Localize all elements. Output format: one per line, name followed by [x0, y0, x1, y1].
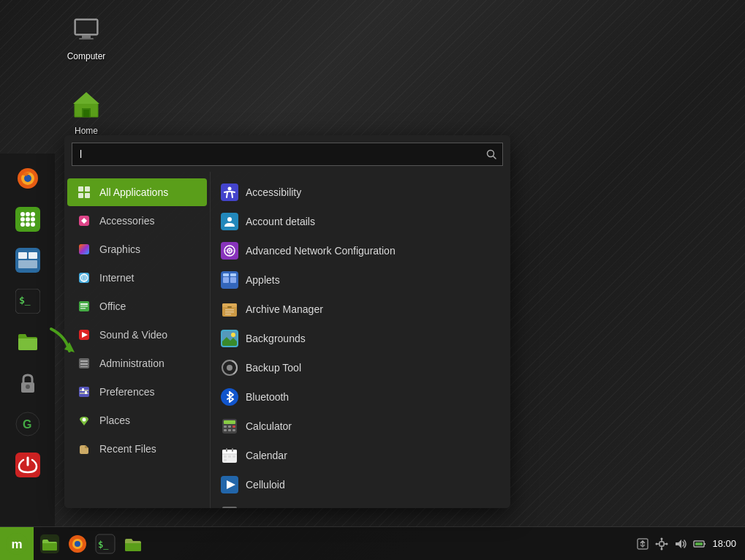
svg-point-13 — [26, 212, 30, 216]
svg-rect-22 — [18, 252, 27, 259]
app-character-map[interactable]: Ω Character Map — [211, 499, 510, 508]
taskbar-nemo-btn[interactable] — [120, 531, 146, 557]
office-icon — [76, 298, 92, 314]
taskbar-terminal-btn[interactable]: $_ — [92, 531, 118, 557]
category-internet[interactable]: Internet — [67, 264, 207, 292]
svg-rect-96 — [232, 429, 235, 431]
sidebar-terminal[interactable]: $_ — [9, 282, 47, 320]
category-admin-label: Administration — [99, 357, 164, 369]
battery-icon[interactable] — [693, 537, 706, 550]
category-recent-label: Recent Files — [99, 443, 156, 455]
svg-rect-58 — [82, 388, 84, 391]
svg-point-130 — [661, 548, 663, 550]
svg-rect-80 — [225, 311, 234, 313]
volume-icon[interactable] — [674, 537, 687, 550]
sidebar-grammarly[interactable]: G — [9, 405, 47, 443]
advanced-network-label: Advanced Network Configuration — [246, 245, 396, 257]
sidebar-launcher[interactable] — [9, 200, 47, 238]
start-button[interactable]: m — [0, 527, 34, 561]
category-office[interactable]: Office — [67, 292, 207, 320]
character-map-icon: Ω — [221, 505, 238, 508]
sidebar-power[interactable] — [9, 446, 47, 484]
taskbar-files-btn[interactable] — [37, 531, 63, 557]
category-accessories-label: Accessories — [99, 215, 154, 227]
svg-rect-91 — [224, 425, 227, 428]
category-recent[interactable]: Recent Files — [67, 435, 207, 463]
svg-rect-37 — [78, 193, 83, 198]
computer-icon[interactable]: Computer — [61, 13, 112, 61]
home-icon[interactable]: Home — [61, 88, 112, 136]
arrow-indicator — [44, 322, 73, 351]
svg-rect-38 — [85, 193, 90, 198]
category-preferences-label: Preferences — [99, 386, 154, 398]
app-archive-manager[interactable]: Archive Manager — [211, 295, 510, 324]
taskbar-firefox-btn[interactable] — [64, 531, 91, 557]
app-backup-tool[interactable]: Backup Tool — [211, 353, 510, 382]
svg-rect-3 — [79, 38, 94, 39]
sidebar-files[interactable] — [9, 323, 47, 361]
app-accessibility[interactable]: Accessibility — [211, 178, 510, 207]
svg-rect-23 — [29, 252, 37, 259]
app-account-details[interactable]: Account details — [211, 207, 510, 236]
categories-panel: All Applications Accessories — [64, 172, 211, 508]
category-office-label: Office — [99, 300, 126, 312]
svg-rect-103 — [224, 455, 227, 458]
sidebar-firefox[interactable] — [9, 159, 47, 197]
svg-rect-90 — [224, 420, 235, 424]
svg-rect-7 — [83, 110, 89, 117]
applets-label: Applets — [246, 274, 280, 286]
category-all[interactable]: All Applications — [67, 178, 207, 206]
app-calculator[interactable]: Calculator — [211, 412, 510, 441]
category-all-label: All Applications — [99, 186, 168, 198]
app-calendar[interactable]: Calendar — [211, 441, 510, 470]
svg-text:m: m — [12, 537, 23, 551]
svg-rect-47 — [80, 306, 88, 307]
celluloid-icon — [221, 476, 238, 493]
category-places[interactable]: Places — [67, 406, 207, 434]
svg-line-34 — [493, 156, 496, 159]
category-accessories[interactable]: Accessories — [67, 207, 207, 235]
svg-point-18 — [20, 222, 25, 227]
sidebar-lock[interactable] — [9, 364, 47, 402]
category-graphics-label: Graphics — [99, 243, 140, 255]
sidebar-screenlayout[interactable] — [9, 241, 47, 279]
svg-rect-46 — [80, 303, 88, 305]
svg-point-14 — [31, 212, 35, 216]
clock-display[interactable]: 18:00 — [712, 538, 736, 549]
account-details-label: Account details — [246, 216, 315, 227]
app-celluloid[interactable]: Celluloid — [211, 470, 510, 499]
app-advanced-network[interactable]: Advanced Network Configuration — [211, 236, 510, 265]
svg-rect-52 — [80, 360, 88, 362]
menu-body: All Applications Accessories — [64, 172, 510, 508]
internet-icon — [76, 270, 92, 286]
svg-rect-94 — [224, 429, 227, 431]
svg-point-116 — [75, 541, 80, 547]
backgrounds-label: Backgrounds — [246, 333, 306, 344]
category-preferences[interactable]: Preferences — [67, 378, 207, 406]
category-sound-video[interactable]: Sound & Video — [67, 321, 207, 349]
advanced-network-icon — [221, 242, 238, 260]
network-icon[interactable] — [655, 537, 668, 550]
upload-download-icon[interactable] — [636, 537, 649, 550]
app-applets[interactable]: Applets — [211, 265, 510, 295]
computer-label: Computer — [67, 51, 106, 61]
category-graphics[interactable]: Graphics — [67, 235, 207, 263]
svg-rect-81 — [225, 314, 231, 315]
app-backgrounds[interactable]: Backgrounds — [211, 324, 510, 353]
svg-rect-73 — [230, 277, 236, 283]
computer-icon-image — [69, 13, 104, 48]
svg-point-62 — [228, 187, 232, 191]
svg-point-12 — [20, 212, 25, 216]
svg-rect-92 — [228, 425, 231, 428]
svg-rect-104 — [228, 455, 231, 458]
svg-point-128 — [656, 542, 658, 545]
category-administration[interactable]: Administration — [67, 349, 207, 377]
search-button[interactable] — [480, 143, 503, 166]
svg-text:$_: $_ — [98, 540, 109, 550]
category-internet-label: Internet — [99, 272, 134, 284]
applets-icon — [221, 271, 238, 289]
search-input[interactable] — [72, 143, 480, 166]
apps-list: Accessibility Account details — [211, 172, 510, 508]
svg-text:$_: $_ — [19, 295, 31, 306]
app-bluetooth[interactable]: Bluetooth — [211, 382, 510, 412]
